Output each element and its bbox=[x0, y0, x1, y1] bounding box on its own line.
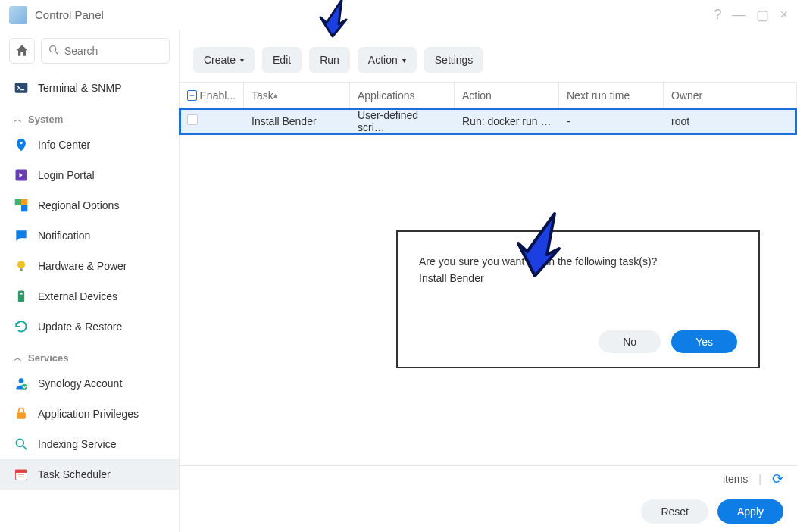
chat-icon bbox=[14, 228, 29, 243]
svg-line-1 bbox=[55, 52, 58, 54]
search-list-icon bbox=[14, 437, 29, 452]
sidebar-item-label: Login Portal bbox=[38, 169, 95, 181]
svg-rect-11 bbox=[20, 293, 22, 295]
info-icon bbox=[14, 137, 29, 152]
table-header-row: − Enabl... Task Applications Action Next… bbox=[180, 83, 797, 108]
dialog-yes-button[interactable]: Yes bbox=[671, 330, 737, 353]
svg-rect-7 bbox=[21, 199, 27, 205]
run-button[interactable]: Run bbox=[309, 47, 350, 73]
col-applications[interactable]: Applications bbox=[350, 83, 455, 108]
terminal-icon bbox=[14, 80, 29, 95]
cell-next-run: - bbox=[559, 115, 664, 127]
maximize-icon[interactable]: ▢ bbox=[756, 7, 769, 23]
search-box[interactable] bbox=[41, 38, 170, 64]
svg-rect-10 bbox=[18, 291, 24, 302]
header-checkbox-icon[interactable]: − bbox=[187, 90, 197, 101]
sidebar-item-label: Info Center bbox=[38, 139, 90, 151]
col-next-run[interactable]: Next run time bbox=[559, 83, 664, 108]
sidebar-item-label: Hardware & Power bbox=[38, 260, 127, 272]
sidebar-item-label: Terminal & SNMP bbox=[38, 82, 121, 94]
col-owner[interactable]: Owner bbox=[664, 83, 797, 108]
sidebar-item-label: Task Scheduler bbox=[38, 468, 111, 480]
sidebar-item-terminal-snmp[interactable]: Terminal & SNMP bbox=[0, 73, 179, 103]
col-enable[interactable]: − Enabl... bbox=[180, 83, 244, 108]
sidebar-item-label: Indexing Service bbox=[38, 438, 117, 450]
sidebar-item-external-devices[interactable]: External Devices bbox=[0, 281, 179, 311]
col-task[interactable]: Task bbox=[244, 83, 350, 108]
sidebar-item-regional-options[interactable]: Regional Options bbox=[0, 190, 179, 221]
minimize-icon[interactable]: — bbox=[732, 7, 745, 23]
svg-point-3 bbox=[20, 142, 22, 144]
chevron-up-icon: ︿ bbox=[14, 352, 22, 364]
user-icon bbox=[14, 376, 29, 391]
app-icon bbox=[9, 6, 27, 24]
window-controls: ? — ▢ × bbox=[714, 7, 788, 23]
row-checkbox[interactable] bbox=[187, 114, 198, 125]
svg-rect-5 bbox=[15, 199, 21, 205]
sidebar-item-update-restore[interactable]: Update & Restore bbox=[0, 311, 179, 342]
sidebar-item-synology-account[interactable]: Synology Account bbox=[0, 368, 179, 399]
svg-rect-14 bbox=[17, 412, 26, 418]
sidebar-item-info-center[interactable]: Info Center bbox=[0, 130, 179, 160]
bulb-icon bbox=[14, 258, 29, 274]
items-label: items bbox=[723, 473, 748, 485]
sidebar-item-label: Notification bbox=[38, 230, 90, 242]
dialog-no-button[interactable]: No bbox=[599, 330, 661, 353]
cell-task: Install Bender bbox=[244, 115, 350, 127]
sidebar-item-label: Regional Options bbox=[38, 199, 119, 211]
help-icon[interactable]: ? bbox=[714, 7, 721, 23]
edit-button[interactable]: Edit bbox=[262, 47, 302, 73]
svg-point-8 bbox=[17, 261, 25, 268]
portal-icon bbox=[14, 167, 29, 183]
sidebar-item-login-portal[interactable]: Login Portal bbox=[0, 160, 179, 190]
svg-rect-6 bbox=[21, 205, 27, 211]
search-input[interactable] bbox=[64, 45, 163, 57]
content-area: Create▾ Edit Run Action▾ Settings − Enab… bbox=[180, 30, 797, 532]
apply-button[interactable]: Apply bbox=[717, 499, 783, 524]
sidebar-item-task-scheduler[interactable]: Task Scheduler bbox=[0, 459, 179, 490]
sidebar-item-label: Synology Account bbox=[38, 377, 122, 390]
svg-point-0 bbox=[50, 45, 56, 52]
refresh-icon[interactable]: ⟳ bbox=[772, 471, 783, 487]
sidebar-item-label: External Devices bbox=[38, 290, 117, 302]
cell-owner: root bbox=[664, 115, 797, 127]
svg-point-12 bbox=[19, 378, 24, 383]
cell-applications: User-defined scri… bbox=[350, 109, 455, 133]
chevron-up-icon: ︿ bbox=[14, 114, 22, 125]
caret-down-icon: ▾ bbox=[402, 56, 406, 64]
sidebar-item-application-privileges[interactable]: Application Privileges bbox=[0, 399, 179, 429]
titlebar: Control Panel ? — ▢ × bbox=[0, 0, 797, 30]
device-icon bbox=[14, 289, 29, 304]
svg-line-16 bbox=[23, 446, 27, 450]
home-icon bbox=[14, 43, 30, 58]
task-table: − Enabl... Task Applications Action Next… bbox=[180, 82, 797, 134]
globe-icon bbox=[14, 198, 29, 213]
col-action[interactable]: Action bbox=[455, 83, 559, 108]
lock-icon bbox=[14, 406, 29, 421]
confirm-dialog: Are you sure you want to run the followi… bbox=[396, 230, 760, 368]
svg-rect-18 bbox=[16, 470, 27, 472]
calendar-icon bbox=[14, 467, 29, 482]
svg-point-15 bbox=[16, 439, 23, 446]
reset-button[interactable]: Reset bbox=[641, 499, 708, 524]
refresh-icon bbox=[14, 319, 29, 334]
action-button[interactable]: Action▾ bbox=[358, 47, 417, 73]
section-header-system[interactable]: ︿ System bbox=[0, 103, 179, 130]
create-button[interactable]: Create▾ bbox=[193, 47, 255, 73]
section-header-services[interactable]: ︿ Services bbox=[0, 342, 179, 368]
dialog-message: Are you sure you want to run the followi… bbox=[419, 253, 737, 330]
sidebar-item-label: Application Privileges bbox=[38, 408, 139, 420]
window-title: Control Panel bbox=[35, 8, 104, 21]
sidebar-item-hardware-power[interactable]: Hardware & Power bbox=[0, 251, 179, 281]
toolbar: Create▾ Edit Run Action▾ Settings bbox=[180, 30, 797, 82]
svg-rect-9 bbox=[20, 268, 22, 271]
home-button[interactable] bbox=[9, 38, 35, 64]
sidebar-item-indexing-service[interactable]: Indexing Service bbox=[0, 429, 179, 459]
close-icon[interactable]: × bbox=[780, 7, 788, 23]
footer: Reset Apply bbox=[180, 491, 797, 532]
sidebar-item-notification[interactable]: Notification bbox=[0, 221, 179, 251]
svg-rect-2 bbox=[15, 83, 28, 92]
settings-button[interactable]: Settings bbox=[424, 47, 484, 73]
search-icon bbox=[48, 44, 60, 58]
table-row[interactable]: Install Bender User-defined scri… Run: d… bbox=[180, 108, 797, 134]
